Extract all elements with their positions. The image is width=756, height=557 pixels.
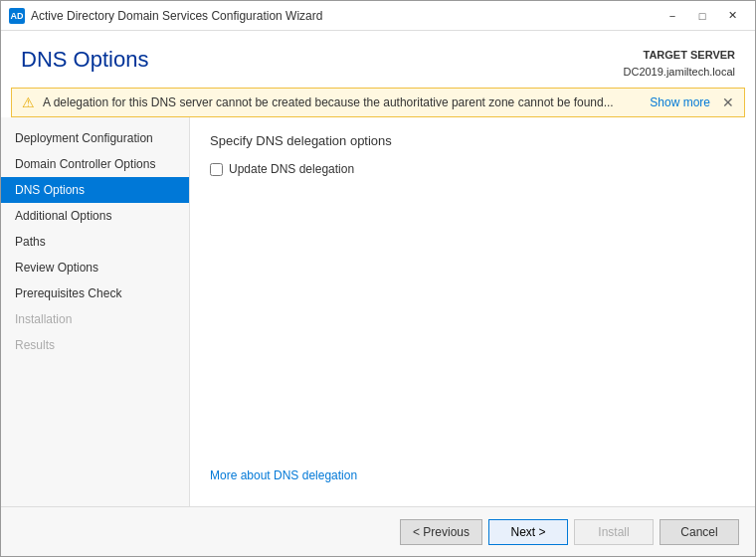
header-area: DNS Options TARGET SERVER DC2019.jamilte… [1,31,755,88]
warning-bar: ⚠ A delegation for this DNS server canno… [11,88,745,117]
main-content: Specify DNS delegation options Update DN… [190,117,755,506]
app-icon: AD [9,8,25,24]
target-server-label: TARGET SERVER [624,47,736,64]
section-title: Specify DNS delegation options [210,133,735,148]
title-bar: AD Active Directory Domain Services Conf… [1,1,755,31]
title-bar-left: AD Active Directory Domain Services Conf… [9,8,322,24]
sidebar-item-review[interactable]: Review Options [1,255,189,280]
maximize-button[interactable]: □ [687,6,717,26]
footer: < Previous Next > Install Cancel [1,506,755,556]
sidebar-item-deployment[interactable]: Deployment Configuration [1,125,189,151]
sidebar-item-results: Results [1,332,189,358]
sidebar-item-dns-options[interactable]: DNS Options [1,177,189,203]
update-dns-checkbox[interactable] [210,163,223,176]
previous-button[interactable]: < Previous [400,519,482,545]
warning-icon: ⚠ [22,94,35,110]
warning-close-icon[interactable]: ✕ [722,94,734,110]
close-button[interactable]: ✕ [717,6,747,26]
update-dns-label[interactable]: Update DNS delegation [229,162,354,176]
cancel-button[interactable]: Cancel [660,519,739,545]
content-area: Deployment Configuration Domain Controll… [1,117,755,506]
minimize-button[interactable]: − [658,6,687,26]
more-about-dns-link[interactable]: More about DNS delegation [210,468,735,490]
sidebar: Deployment Configuration Domain Controll… [1,117,190,506]
title-bar-controls: − □ ✕ [658,6,747,26]
show-more-link[interactable]: Show more [650,95,710,109]
sidebar-item-installation: Installation [1,306,189,332]
target-server-name: DC2019.jamiltech.local [624,64,736,81]
sidebar-item-dc-options[interactable]: Domain Controller Options [1,151,189,177]
next-button[interactable]: Next > [488,519,568,545]
sidebar-item-additional[interactable]: Additional Options [1,203,189,229]
target-server-info: TARGET SERVER DC2019.jamiltech.local [624,47,736,80]
window-title: Active Directory Domain Services Configu… [31,9,322,23]
install-button: Install [574,519,654,545]
main-window: AD Active Directory Domain Services Conf… [0,0,756,557]
checkbox-row: Update DNS delegation [210,162,735,176]
sidebar-item-paths[interactable]: Paths [1,229,189,255]
sidebar-item-prereq[interactable]: Prerequisites Check [1,280,189,306]
page-title: DNS Options [21,47,148,73]
warning-text: A delegation for this DNS server cannot … [43,95,642,109]
